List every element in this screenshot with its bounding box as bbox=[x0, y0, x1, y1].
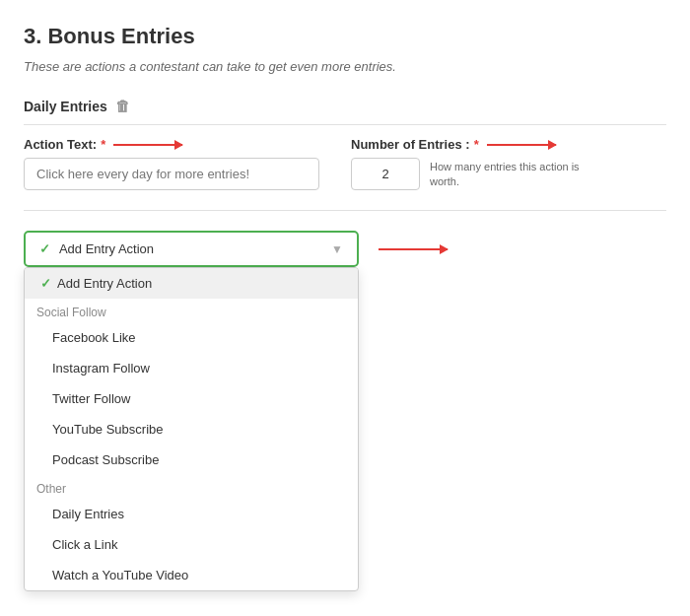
dropdown-item-instagram-follow[interactable]: Instagram Follow bbox=[25, 353, 358, 383]
subtitle: These are actions a contestant can take … bbox=[24, 59, 666, 74]
entries-label: Number of Entries : bbox=[351, 137, 470, 152]
dropdown-item-watch-youtube[interactable]: Watch a YouTube Video bbox=[25, 560, 358, 590]
action-text-required-star: * bbox=[101, 137, 105, 152]
dropdown-item-click-link[interactable]: Click a Link bbox=[25, 529, 358, 560]
dropdown-container: ✓ Add Entry Action ▼ ✓ Add Entry Action … bbox=[24, 231, 359, 267]
dropdown-selected-label: Add Entry Action bbox=[59, 241, 154, 256]
dropdown-item-youtube-subscribe[interactable]: YouTube Subscribe bbox=[25, 414, 358, 445]
checkmark-icon: ✓ bbox=[39, 241, 50, 256]
dropdown-item-twitter-follow[interactable]: Twitter Follow bbox=[25, 383, 358, 414]
action-text-label-row: Action Text: * bbox=[24, 137, 319, 152]
chevron-down-icon: ▼ bbox=[331, 242, 343, 256]
action-text-label: Action Text: bbox=[24, 137, 97, 152]
action-text-arrow bbox=[113, 144, 182, 146]
dropdown-trigger-text: ✓ Add Entry Action bbox=[39, 241, 154, 256]
twitter-follow-label: Twitter Follow bbox=[52, 391, 130, 406]
dropdown-item-facebook-like[interactable]: Facebook Like bbox=[25, 322, 358, 353]
click-link-label: Click a Link bbox=[52, 537, 117, 552]
page-container: 3. Bonus Entries These are actions a con… bbox=[0, 0, 690, 267]
entries-label-row: Number of Entries : * bbox=[351, 137, 587, 152]
youtube-subscribe-label: YouTube Subscribe bbox=[52, 422, 164, 437]
section-title-text: Bonus Entries bbox=[47, 24, 194, 48]
instagram-follow-label: Instagram Follow bbox=[52, 361, 150, 376]
watch-youtube-label: Watch a YouTube Video bbox=[52, 568, 188, 582]
facebook-like-label: Facebook Like bbox=[52, 330, 136, 345]
action-text-group: Action Text: * bbox=[24, 137, 319, 190]
dropdown-trigger[interactable]: ✓ Add Entry Action ▼ bbox=[24, 231, 359, 267]
entries-required-star: * bbox=[474, 137, 479, 152]
dropdown-category-social: Social Follow bbox=[25, 299, 358, 322]
dropdown-menu: ✓ Add Entry Action Social Follow Faceboo… bbox=[24, 267, 359, 591]
action-text-input[interactable] bbox=[24, 158, 319, 190]
dropdown-item-daily-entries[interactable]: Daily Entries bbox=[25, 499, 358, 529]
check-icon: ✓ bbox=[40, 276, 51, 291]
trash-icon[interactable]: 🗑 bbox=[115, 98, 130, 114]
entries-input[interactable] bbox=[351, 158, 420, 190]
entries-hint: How many entries this action is worth. bbox=[430, 160, 587, 190]
add-action-row: ✓ Add Entry Action ▼ ✓ Add Entry Action … bbox=[24, 231, 666, 267]
dropdown-item-label: Add Entry Action bbox=[57, 276, 152, 291]
divider bbox=[24, 210, 666, 211]
podcast-subscribe-label: Podcast Subscribe bbox=[52, 452, 159, 467]
daily-entries-label: Daily Entries bbox=[24, 99, 107, 114]
daily-entries-option-label: Daily Entries bbox=[52, 507, 124, 521]
section-number: 3. bbox=[24, 24, 41, 48]
dropdown-arrow bbox=[379, 248, 448, 250]
entries-arrow bbox=[487, 144, 556, 146]
dropdown-category-other: Other bbox=[25, 475, 358, 499]
section-title: 3. Bonus Entries bbox=[24, 24, 666, 49]
dropdown-item-add-entry[interactable]: ✓ Add Entry Action bbox=[25, 268, 358, 299]
dropdown-item-podcast-subscribe[interactable]: Podcast Subscribe bbox=[25, 445, 358, 475]
form-row: Action Text: * Number of Entries : * How… bbox=[24, 137, 666, 190]
entries-group: Number of Entries : * How many entries t… bbox=[351, 137, 587, 190]
entries-inline-group: How many entries this action is worth. bbox=[351, 158, 587, 190]
block-header: Daily Entries 🗑 bbox=[24, 98, 666, 125]
